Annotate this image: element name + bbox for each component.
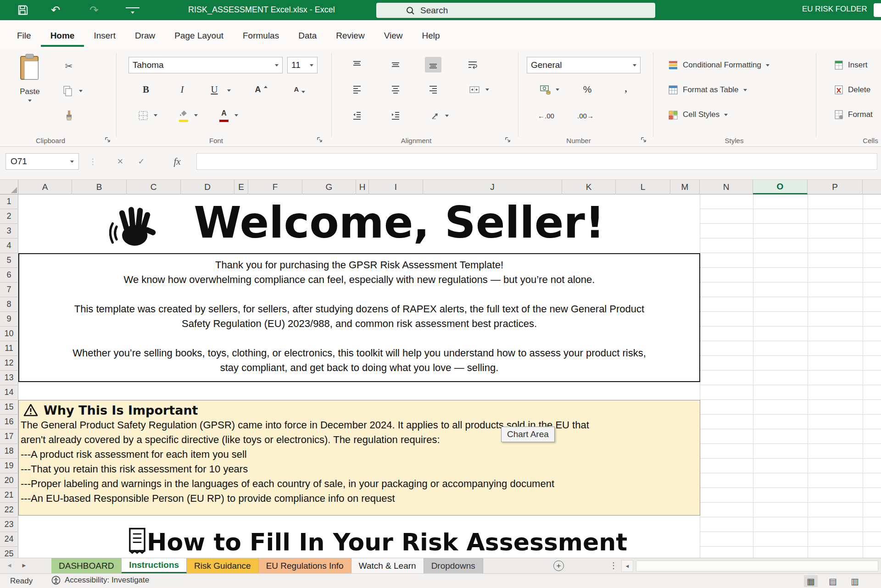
number-format-combobox[interactable]: General — [527, 57, 641, 73]
row-header-7[interactable]: 7 — [0, 283, 18, 297]
bottom-align-button[interactable] — [425, 57, 441, 72]
orientation-button[interactable] — [426, 107, 453, 124]
accessibility-status[interactable]: Accessibility: Investigate — [51, 576, 149, 585]
accounting-format-button[interactable] — [535, 82, 564, 97]
borders-dropdown[interactable] — [152, 112, 159, 118]
hscroll-left-button[interactable]: ◄ — [621, 560, 633, 572]
font-color-dropdown[interactable] — [233, 112, 240, 118]
row-header-21[interactable]: 21 — [0, 488, 18, 503]
row-header-23[interactable]: 23 — [0, 517, 18, 532]
row-header-12[interactable]: 12 — [0, 356, 18, 371]
row-header-25[interactable]: 25 — [0, 547, 18, 558]
ribbon-tab-data[interactable]: Data — [289, 27, 326, 47]
row-header-6[interactable]: 6 — [0, 268, 18, 283]
row-header-5[interactable]: 5 — [0, 253, 18, 268]
row-header-17[interactable]: 17 — [0, 429, 18, 444]
paste-button[interactable]: Paste — [10, 53, 50, 123]
page-break-view-button[interactable]: ▥ — [848, 575, 862, 587]
alignment-dialog-launcher[interactable] — [505, 137, 512, 144]
cut-button[interactable]: ✂ — [60, 59, 78, 73]
conditional-formatting-button[interactable]: Conditional Formatting — [668, 55, 769, 75]
column-header-O[interactable]: O — [753, 180, 808, 194]
column-header-F[interactable]: F — [248, 180, 302, 194]
sheet-tab-instructions[interactable]: Instructions — [122, 558, 187, 573]
column-header-H[interactable]: H — [356, 180, 369, 194]
ribbon-tab-home[interactable]: Home — [41, 27, 84, 47]
row-header-4[interactable]: 4 — [0, 239, 18, 253]
sheet-tab-watch-learn[interactable]: Watch & Learn — [351, 558, 424, 573]
font-size-combobox[interactable]: 11 — [287, 57, 318, 73]
column-header-N[interactable]: N — [700, 180, 753, 194]
font-dialog-launcher[interactable] — [317, 137, 324, 144]
name-box[interactable]: O71 — [6, 153, 79, 170]
increase-decimal-button[interactable]: ←.00 — [532, 108, 560, 123]
row-header-1[interactable]: 1 — [0, 194, 18, 209]
ribbon-tab-formulas[interactable]: Formulas — [233, 27, 289, 47]
row-header-20[interactable]: 20 — [0, 473, 18, 488]
dots-icon[interactable]: ⋮ — [609, 560, 618, 571]
underline-button[interactable]: U — [206, 82, 222, 97]
wrap-text-button[interactable] — [463, 57, 482, 72]
formula-input[interactable] — [196, 153, 877, 170]
decrease-indent-button[interactable] — [349, 107, 365, 124]
column-header-C[interactable]: C — [127, 180, 181, 194]
column-header-A[interactable]: A — [18, 180, 72, 194]
row-header-15[interactable]: 15 — [0, 400, 18, 415]
align-right-button[interactable] — [425, 82, 441, 97]
row-header-11[interactable]: 11 — [0, 341, 18, 356]
cancel-button[interactable]: × — [112, 153, 128, 170]
sheet-tab-eu-regulations-info[interactable]: EU Regulations Info — [259, 558, 351, 573]
row-header-14[interactable]: 14 — [0, 385, 18, 400]
top-align-button[interactable] — [349, 57, 365, 72]
middle-align-button[interactable] — [387, 57, 404, 72]
column-header-D[interactable]: D — [181, 180, 234, 194]
row-header-16[interactable]: 16 — [0, 415, 18, 429]
fill-color-dropdown[interactable] — [193, 112, 199, 118]
sheet-tab-dropdowns[interactable]: Dropdowns — [424, 558, 483, 573]
row-header-8[interactable]: 8 — [0, 297, 18, 312]
font-name-combobox[interactable]: Tahoma — [128, 57, 283, 73]
ribbon-tab-insert[interactable]: Insert — [84, 27, 125, 47]
row-header-9[interactable]: 9 — [0, 312, 18, 327]
number-dialog-launcher[interactable] — [641, 137, 648, 144]
format-painter-button[interactable] — [60, 108, 78, 123]
ribbon-tab-draw[interactable]: Draw — [125, 27, 165, 47]
grow-font-button[interactable]: A — [251, 82, 271, 97]
row-header-2[interactable]: 2 — [0, 209, 18, 224]
select-all-corner[interactable] — [0, 180, 18, 194]
profile-button[interactable] — [874, 3, 881, 17]
shrink-font-button[interactable]: A — [290, 82, 309, 97]
merge-center-button[interactable] — [458, 82, 500, 97]
column-header-K[interactable]: K — [562, 180, 616, 194]
column-header-G[interactable]: G — [302, 180, 356, 194]
delete-cells-button[interactable]: Delete — [834, 80, 870, 100]
page-layout-view-button[interactable]: ▤ — [826, 575, 840, 587]
save-button[interactable] — [16, 0, 30, 20]
tab-scroll-left-icon[interactable]: ◄ — [6, 562, 12, 569]
insert-cells-button[interactable]: Insert — [834, 55, 868, 75]
column-header-P[interactable]: P — [808, 180, 863, 194]
row-header-19[interactable]: 19 — [0, 459, 18, 473]
row-header-13[interactable]: 13 — [0, 371, 18, 385]
row-header-18[interactable]: 18 — [0, 444, 18, 459]
undo-button[interactable]: ↶ — [48, 0, 63, 20]
customize-qat-button[interactable] — [126, 7, 139, 14]
ribbon-tab-page-layout[interactable]: Page Layout — [165, 27, 233, 47]
increase-indent-button[interactable] — [387, 107, 404, 124]
column-header-L[interactable]: L — [616, 180, 670, 194]
bold-button[interactable]: B — [138, 82, 154, 97]
ribbon-tab-file[interactable]: File — [7, 27, 41, 47]
sheet-tab-dashboard[interactable]: DASHBOARD — [51, 558, 122, 573]
clipboard-dialog-launcher[interactable] — [105, 137, 112, 144]
column-header-M[interactable]: M — [670, 180, 700, 194]
percent-style-button[interactable]: % — [579, 82, 596, 97]
row-header-10[interactable]: 10 — [0, 327, 18, 341]
horizontal-scrollbar[interactable] — [636, 560, 878, 571]
format-as-table-button[interactable]: Format as Table — [668, 80, 747, 100]
decrease-decimal-button[interactable]: .00→ — [572, 108, 599, 123]
column-header-E[interactable]: E — [234, 180, 248, 194]
underline-dropdown[interactable] — [226, 87, 232, 94]
borders-button[interactable] — [135, 107, 151, 124]
column-header-B[interactable]: B — [72, 180, 127, 194]
row-header-24[interactable]: 24 — [0, 532, 18, 547]
